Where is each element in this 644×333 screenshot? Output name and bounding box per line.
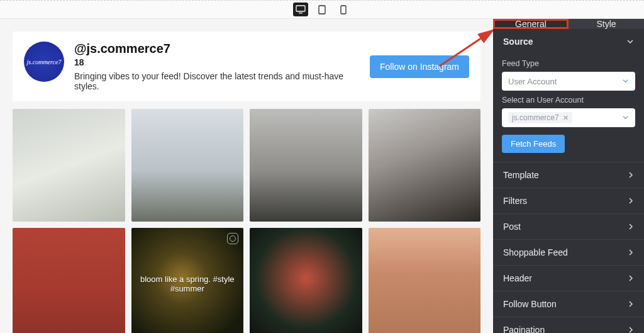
profile-header: js.commerce7 @js.commerce7 18 Bringing v… bbox=[13, 31, 480, 101]
feed-tile[interactable] bbox=[131, 109, 244, 222]
chevron-right-icon bbox=[628, 326, 634, 333]
section-header-section: Header bbox=[493, 266, 644, 291]
section-pagination: Pagination bbox=[493, 317, 644, 333]
select-account-select[interactable]: js.commerce7 ✕ bbox=[502, 108, 635, 127]
profile-info: @js.commerce7 18 Bringing vibes to your … bbox=[74, 42, 360, 91]
section-header-post[interactable]: Post bbox=[493, 214, 644, 239]
section-header-filters[interactable]: Filters bbox=[493, 188, 644, 213]
preview-canvas: js.commerce7 @js.commerce7 18 Bringing v… bbox=[0, 19, 493, 333]
follow-button[interactable]: Follow on Instagram bbox=[370, 55, 469, 78]
account-chip: js.commerce7 ✕ bbox=[508, 112, 572, 123]
device-desktop-button[interactable] bbox=[293, 3, 308, 16]
section-title: Header bbox=[503, 273, 532, 283]
feed-grid: bloom like a spring. #style #summer bbox=[13, 109, 480, 333]
section-title: Shoppable Feed bbox=[503, 247, 568, 257]
feed-type-select[interactable]: User Account bbox=[502, 72, 635, 91]
fetch-feeds-button[interactable]: Fetch Feeds bbox=[502, 135, 565, 153]
section-follow-button: Follow Button bbox=[493, 291, 644, 317]
section-source: Source Feed Type User Account Select an … bbox=[493, 29, 644, 162]
feed-tile[interactable] bbox=[13, 109, 125, 222]
svg-rect-0 bbox=[296, 6, 305, 11]
profile-avatar: js.commerce7 bbox=[24, 42, 64, 82]
remove-account-icon[interactable]: ✕ bbox=[563, 114, 569, 122]
section-header-source[interactable]: Source bbox=[493, 29, 644, 54]
section-title: Filters bbox=[503, 196, 527, 206]
tab-general[interactable]: General bbox=[493, 19, 569, 29]
feed-type-label: Feed Type bbox=[502, 59, 635, 68]
chevron-down-icon bbox=[626, 38, 634, 45]
device-tablet-button[interactable] bbox=[314, 3, 330, 16]
section-header-template[interactable]: Template bbox=[493, 162, 644, 188]
section-post: Post bbox=[493, 214, 644, 240]
avatar-text: js.commerce7 bbox=[27, 59, 62, 65]
feed-tile[interactable] bbox=[13, 228, 125, 334]
chevron-right-icon bbox=[628, 223, 634, 230]
section-title: Template bbox=[503, 170, 539, 180]
section-title: Source bbox=[503, 37, 533, 47]
section-filters: Filters bbox=[493, 188, 644, 214]
section-title: Follow Button bbox=[503, 299, 557, 309]
section-title: Pagination bbox=[503, 325, 545, 333]
tab-style[interactable]: Style bbox=[569, 19, 644, 29]
device-toolbar bbox=[0, 0, 644, 19]
feed-tile[interactable] bbox=[250, 109, 362, 222]
feed-tile[interactable] bbox=[250, 228, 362, 334]
svg-rect-3 bbox=[341, 6, 346, 14]
chevron-down-icon bbox=[622, 113, 629, 123]
section-body-source: Feed Type User Account Select an User Ac… bbox=[493, 59, 644, 162]
svg-rect-1 bbox=[299, 13, 303, 13]
chevron-right-icon bbox=[628, 249, 634, 256]
feed-type-value: User Account bbox=[508, 77, 557, 86]
feed-tile[interactable] bbox=[369, 228, 481, 334]
svg-rect-2 bbox=[319, 6, 325, 14]
profile-bio: Bringing vibes to your feed! Discover th… bbox=[74, 71, 360, 91]
settings-sidebar: General Style Source Feed Type User Acco… bbox=[493, 19, 644, 333]
section-title: Post bbox=[503, 222, 521, 232]
chevron-right-icon bbox=[628, 171, 634, 179]
select-account-label: Select an User Account bbox=[502, 96, 635, 104]
section-template: Template bbox=[493, 162, 644, 188]
device-mobile-button[interactable] bbox=[336, 3, 351, 16]
section-header-pagination[interactable]: Pagination bbox=[493, 317, 644, 333]
feed-tile[interactable] bbox=[369, 109, 481, 222]
section-header-follow[interactable]: Follow Button bbox=[493, 291, 644, 317]
feed-caption: bloom like a spring. #style #summer bbox=[131, 228, 244, 334]
feed-tile[interactable]: bloom like a spring. #style #summer bbox=[131, 228, 244, 334]
chevron-down-icon bbox=[622, 77, 629, 86]
section-header-shoppable[interactable]: Shoppable Feed bbox=[493, 240, 644, 265]
chevron-right-icon bbox=[628, 274, 634, 282]
section-shoppable: Shoppable Feed bbox=[493, 240, 644, 266]
sidebar-tabs: General Style bbox=[493, 19, 644, 29]
posts-count: 18 bbox=[74, 57, 360, 67]
chevron-right-icon bbox=[628, 300, 634, 308]
section-header-header[interactable]: Header bbox=[493, 266, 644, 291]
account-value: js.commerce7 bbox=[512, 113, 559, 122]
chevron-right-icon bbox=[628, 197, 634, 205]
profile-handle: @js.commerce7 bbox=[74, 42, 360, 56]
